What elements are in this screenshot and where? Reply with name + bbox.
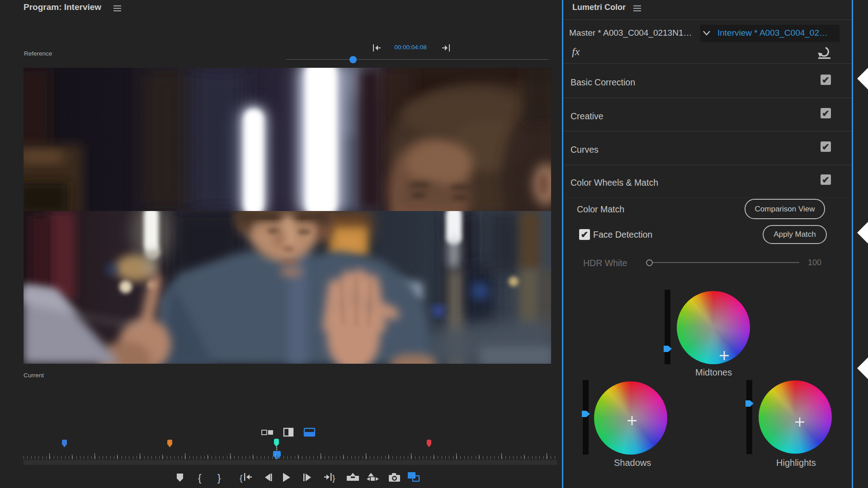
svg-text:}: } [332, 473, 335, 483]
svg-text:{: { [198, 472, 201, 483]
svg-text:{: { [240, 473, 243, 483]
svg-text:}: } [217, 472, 221, 483]
